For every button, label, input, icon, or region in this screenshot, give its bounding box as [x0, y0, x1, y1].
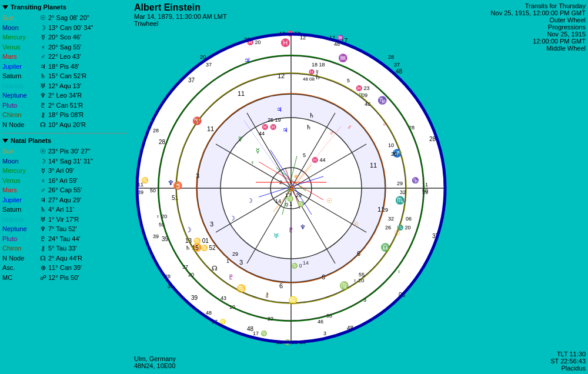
transiting-planets-label: Transiting Planets: [11, 4, 66, 11]
svg-text:☉: ☉: [353, 221, 359, 228]
svg-text:14: 14: [275, 198, 281, 204]
svg-text:♆: ♆: [300, 223, 306, 231]
location-name: Ulm, Germany: [134, 355, 176, 362]
svg-text:☽: ☽: [229, 215, 235, 222]
planet-name: Mars: [2, 52, 38, 62]
svg-text:06: 06: [406, 216, 412, 222]
chart-header: Albert Einstein Mar 14, 1879, 11:30:00 A…: [129, 0, 232, 29]
svg-text:♆: ♆: [168, 179, 174, 187]
natal-planet-row: Saturn ♄ 4° Ari 11': [2, 205, 127, 215]
planet-symbol: ⚷: [38, 110, 48, 120]
svg-text:☿: ☿: [238, 135, 242, 142]
planet-position: 24° Tau 44': [48, 234, 127, 244]
svg-text:1: 1: [289, 201, 292, 207]
planet-name: Jupiter: [2, 62, 38, 72]
planet-name: Saturn: [2, 71, 38, 81]
transiting-planet-row: Pluto ♇ 2° Can 51'R: [2, 101, 127, 111]
astro-chart: // This won't execute inside SVG in most…: [129, 26, 453, 350]
natal-planet-row: MC ☍ 12° Pis 50': [2, 273, 127, 283]
planet-position: 3° Ari 09': [48, 166, 127, 176]
natal-planets-list: Sun ☉ 23° Pis 30' 27" Moon ☽ 14° Sag 31'…: [2, 146, 127, 282]
natal-planet-row: Asc. ⊕ 11° Can 39': [2, 263, 127, 273]
natal-planet-row: Sun ☉ 23° Pis 30' 27": [2, 146, 127, 156]
planet-position: 2° Can 51'R: [48, 101, 127, 111]
planet-name: Uranus: [2, 215, 38, 225]
natal-planet-row: Moon ☽ 14° Sag 31' 31": [2, 156, 127, 166]
svg-text:39: 39: [191, 295, 198, 301]
svg-text:17 ♍: 17 ♍: [253, 330, 268, 337]
house-system: Placidus: [550, 365, 586, 372]
planet-position: 20° Sag 55': [48, 42, 127, 52]
chart-container: // This won't execute inside SVG in most…: [129, 26, 453, 350]
planet-position: 12° Pis 50': [48, 273, 127, 283]
svg-text:♄: ♄: [306, 123, 312, 131]
planet-name: N Node: [2, 253, 38, 263]
planet-position: 2° Leo 34'R: [48, 91, 127, 101]
planet-symbol: ☿: [38, 166, 48, 176]
svg-text:3: 3: [239, 259, 243, 266]
transiting-planets-header: Transiting Planets: [2, 4, 127, 11]
birth-date: Mar 14, 1879, 11:30:00 AM LMT: [134, 13, 227, 20]
planet-name: Sun: [2, 13, 38, 23]
planet-symbol: ♄: [38, 205, 48, 215]
planet-position: 11° Can 39': [48, 263, 127, 273]
svg-text:♇: ♇: [288, 226, 294, 233]
svg-text:11: 11: [370, 162, 377, 169]
transit-line2: Nov 25, 1915, 12:00:00 PM GMT: [491, 9, 586, 16]
natal-planets-label: Natal Planets: [11, 137, 51, 144]
planet-name: Moon: [2, 156, 38, 166]
planet-position: 27° Aqu 29': [48, 195, 127, 205]
planet-name: Chiron: [2, 110, 38, 120]
planet-symbol: ⚷: [38, 243, 48, 253]
transit-line6: 12:00:00 PM GMT: [491, 38, 586, 45]
svg-text:☿: ☿: [256, 147, 260, 154]
svg-text:43: 43: [220, 295, 226, 301]
planet-position: 13° Can 00' 34": [48, 23, 127, 33]
svg-text:48: 48: [396, 68, 403, 75]
transit-line4: Progressions: [491, 24, 586, 31]
planet-name: Pluto: [2, 234, 38, 244]
planet-name: Pluto: [2, 101, 38, 111]
planet-symbol: ☿: [38, 32, 48, 42]
planet-symbol: ♆: [38, 224, 48, 234]
planet-position: 2° Aqu 44'R: [48, 253, 127, 263]
planet-symbol: ☽: [38, 156, 48, 166]
transit-line1: Transits for Thursday: [491, 2, 586, 9]
svg-text:♎: ♎: [380, 242, 390, 252]
planet-symbol: ♆: [38, 91, 48, 101]
svg-text:44: 44: [259, 131, 265, 136]
svg-text:50: 50: [150, 188, 156, 193]
planet-symbol: ♃: [38, 195, 48, 205]
svg-text:48: 48: [206, 310, 212, 316]
planet-name: Venus: [2, 176, 38, 186]
svg-text:11: 11: [207, 125, 214, 132]
planet-symbol: ☊: [38, 253, 48, 263]
svg-text:20: 20: [391, 151, 397, 157]
planet-position: 22° Leo 43': [48, 52, 127, 62]
planet-symbol: ☽: [38, 23, 48, 33]
planet-name: Mercury: [2, 32, 38, 42]
svg-text:♃: ♃: [282, 126, 288, 133]
svg-text:♏: ♏: [395, 195, 405, 205]
planet-symbol: ♂: [38, 185, 48, 195]
natal-planet-row: Chiron ⚷ 5° Tau 33': [2, 243, 127, 253]
planet-name: Uranus: [2, 81, 38, 91]
planet-symbol: ☍: [38, 273, 48, 283]
natal-planet-row: Mars ♂ 26° Cap 55': [2, 185, 127, 195]
planet-position: 7° Tau 52': [48, 224, 127, 234]
svg-text:3: 3: [323, 330, 326, 336]
planet-position: 16° Ari 59': [48, 176, 127, 186]
svg-text:29: 29: [397, 181, 403, 186]
svg-text:♅: ♅: [273, 232, 279, 239]
svg-text:29: 29: [232, 251, 238, 257]
planet-position: 18° Pis 48': [48, 62, 127, 72]
planet-name: Asc.: [2, 263, 38, 273]
person-name: Albert Einstein: [134, 2, 227, 13]
svg-text:♀: ♀: [397, 268, 402, 275]
natal-planet-row: Mercury ☿ 3° Ari 09': [2, 166, 127, 176]
planet-position: 18° Pis 08'R: [48, 110, 127, 120]
svg-text:29: 29: [296, 192, 302, 198]
svg-text:32: 32: [400, 189, 406, 195]
svg-text:5: 5: [303, 152, 306, 158]
svg-text:♓ ♓: ♓ ♓: [262, 123, 277, 131]
